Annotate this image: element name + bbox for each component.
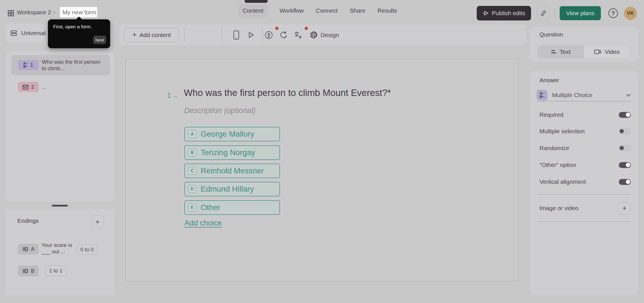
ending-range-chip: 1 to 1 bbox=[45, 265, 67, 276]
choice-key: E bbox=[188, 204, 196, 212]
ending-icon bbox=[22, 246, 28, 252]
ending-badge: A bbox=[18, 244, 39, 254]
main-nav-tabs: Content Workflow Connect Share Results bbox=[238, 4, 397, 17]
preview-play-icon[interactable] bbox=[246, 28, 256, 42]
image-or-video-row: Image or video + bbox=[539, 202, 631, 215]
view-plans-button[interactable]: View plans bbox=[560, 6, 601, 20]
choice-key: B bbox=[188, 149, 196, 157]
video-camera-icon bbox=[594, 49, 601, 54]
tour-tooltip-text: First, open a form. bbox=[53, 24, 92, 30]
toggle-row-vertical-alignment: Vertical alignment bbox=[539, 178, 631, 185]
choice-key: D bbox=[188, 185, 196, 193]
universal-label: Universal bbox=[21, 30, 46, 36]
toolbar-divider bbox=[184, 28, 185, 42]
arrow-right-icon: → bbox=[172, 92, 178, 99]
copy-link-button[interactable] bbox=[537, 6, 550, 20]
recall-information-icon[interactable] bbox=[278, 28, 288, 42]
form-builder-app: { "topbar": { "workspace_label": "Worksp… bbox=[0, 0, 644, 303]
answer-settings-card: Answer A−B− Multiple Choice Required Mul… bbox=[530, 71, 638, 295]
multiple-selection-toggle[interactable] bbox=[619, 128, 631, 134]
question-number: 1 bbox=[30, 62, 33, 68]
choice-option-b[interactable]: B Tenzing Norgay bbox=[184, 145, 280, 160]
toggle-row-other-option: "Other" option bbox=[539, 161, 631, 169]
add-choice-link[interactable]: Add choice bbox=[184, 219, 222, 228]
tab-content[interactable]: Content bbox=[238, 4, 268, 17]
questions-panel: A−B− 1 Who was the first person to climb… bbox=[6, 51, 114, 202]
ending-range-chip: 0 to 0 bbox=[76, 244, 98, 255]
toggle-row-multiple-selection: Multiple selection bbox=[539, 128, 631, 135]
toolbar-divider bbox=[262, 28, 263, 42]
question-settings-card: Question Text Video bbox=[530, 27, 638, 62]
canvas-toolbar: + Add content Design bbox=[119, 25, 526, 45]
question-number-arrow: 1 → bbox=[167, 92, 178, 99]
other-option-toggle[interactable] bbox=[619, 162, 631, 168]
workspace-grid-icon[interactable] bbox=[8, 10, 14, 17]
multiple-choice-icon: A−B− bbox=[540, 92, 545, 98]
send-icon bbox=[483, 10, 489, 16]
question-item-title: Who was the first person to climb... bbox=[42, 59, 102, 72]
accessibility-icon[interactable] bbox=[264, 28, 274, 42]
email-badge: 2 bbox=[18, 82, 39, 92]
toolbar-divider bbox=[222, 28, 222, 42]
link-icon bbox=[540, 10, 547, 17]
tab-results[interactable]: Results bbox=[377, 4, 397, 17]
panel-resize-handle[interactable] bbox=[52, 205, 68, 206]
question-section-title: Question bbox=[539, 31, 563, 38]
question-description-input[interactable]: Description (optional) bbox=[184, 106, 256, 115]
add-content-button[interactable]: + Add content bbox=[124, 28, 179, 42]
question-title-input[interactable]: Who was the first person to climb Mount … bbox=[184, 88, 391, 98]
tab-connect[interactable]: Connect bbox=[316, 4, 338, 17]
toggle-row-randomize: Randomize bbox=[539, 144, 631, 152]
text-lines-icon bbox=[551, 50, 556, 53]
choice-option-a[interactable]: A George Mallory bbox=[184, 127, 280, 141]
tour-next-button[interactable]: Next bbox=[93, 36, 106, 44]
envelope-icon bbox=[22, 85, 29, 89]
ending-badge: B bbox=[18, 266, 39, 276]
tab-question-video[interactable]: Video bbox=[584, 45, 630, 58]
publish-edits-button[interactable]: Publish edits bbox=[477, 6, 531, 20]
choice-key: A bbox=[188, 130, 196, 138]
randomize-toggle[interactable] bbox=[619, 145, 631, 151]
choice-option-d[interactable]: D Edmund Hillary bbox=[184, 182, 280, 196]
divider bbox=[537, 194, 631, 195]
tab-share[interactable]: Share bbox=[350, 4, 365, 17]
question-item-title: ... bbox=[42, 84, 102, 90]
multiple-choice-badge: A−B− 1 bbox=[18, 60, 39, 70]
question-number: 2 bbox=[31, 84, 34, 90]
answer-type-select[interactable]: A−B− Multiple Choice bbox=[537, 89, 631, 102]
ending-title: Your score is ___ out ... bbox=[41, 242, 76, 255]
mobile-preview-icon[interactable] bbox=[231, 28, 241, 42]
question-item-2[interactable]: 2 ... bbox=[11, 78, 110, 96]
notification-dot bbox=[305, 27, 308, 30]
tab-question-text[interactable]: Text bbox=[538, 45, 584, 58]
choice-option-e[interactable]: E Other bbox=[184, 200, 280, 215]
add-ending-button[interactable]: + bbox=[91, 215, 104, 228]
layers-icon bbox=[10, 30, 17, 36]
breadcrumb-workspace[interactable]: Workspace 2 bbox=[17, 9, 51, 16]
help-icon[interactable]: ? bbox=[608, 8, 618, 18]
vertical-alignment-toggle[interactable] bbox=[619, 179, 631, 185]
endings-panel: Endings + A Your score is ___ out ... 0 … bbox=[6, 209, 114, 295]
required-toggle[interactable] bbox=[619, 112, 631, 118]
question-item-1[interactable]: A−B− 1 Who was the first person to climb… bbox=[11, 55, 110, 75]
choice-option-c[interactable]: C Reinhold Messner bbox=[184, 164, 280, 178]
ending-icon bbox=[22, 268, 28, 274]
tab-workflow[interactable]: Workflow bbox=[280, 4, 304, 17]
choice-key: C bbox=[188, 167, 196, 175]
form-title-input[interactable]: My new form bbox=[60, 7, 97, 17]
question-mode-segmented-control: Text Video bbox=[538, 45, 630, 58]
add-image-button[interactable]: + bbox=[618, 202, 631, 215]
ending-letter: A bbox=[31, 246, 34, 252]
divider bbox=[537, 221, 631, 222]
multiple-choice-badge: A−B− bbox=[537, 90, 547, 100]
settings-gear-icon[interactable] bbox=[309, 28, 319, 42]
answer-section-title: Answer bbox=[539, 77, 559, 84]
toggle-row-required: Required bbox=[539, 111, 631, 118]
breadcrumb-separator: › bbox=[53, 9, 55, 15]
translate-icon[interactable]: A bbox=[293, 28, 303, 42]
plus-icon: + bbox=[132, 30, 136, 39]
active-tab-indicator bbox=[245, 0, 268, 3]
multiple-choice-icon: A−B− bbox=[23, 62, 28, 68]
endings-title: Endings bbox=[17, 217, 39, 224]
avatar[interactable]: VK bbox=[624, 7, 637, 20]
